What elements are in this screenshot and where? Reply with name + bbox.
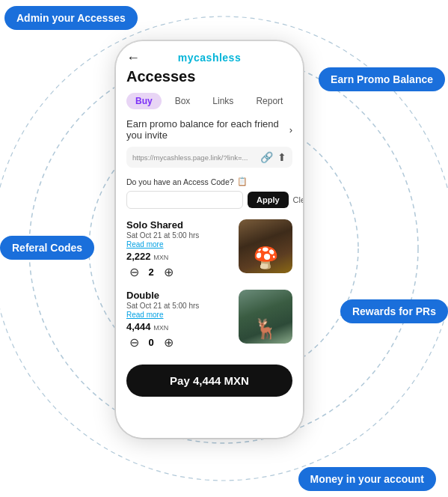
clear-button[interactable]: Clear bbox=[293, 195, 303, 204]
access-code-input[interactable] bbox=[126, 191, 243, 209]
info-icon: 📋 bbox=[237, 177, 248, 186]
access-code-label: Do you have an Access Code? 📋 bbox=[126, 177, 292, 186]
ticket-price-solo: 2,222 MXN bbox=[126, 251, 231, 262]
phone-mockup: ← mycashless Accesses Buy Box Links Repo… bbox=[116, 41, 303, 438]
ticket-image-double bbox=[239, 290, 292, 344]
back-button[interactable]: ← bbox=[126, 50, 140, 66]
qty-value-double: 0 bbox=[146, 337, 156, 348]
qty-decrease-solo[interactable]: ⊖ bbox=[126, 264, 141, 279]
phone-header: ← mycashless bbox=[116, 41, 303, 68]
tab-box[interactable]: Box bbox=[166, 93, 200, 109]
pay-button[interactable]: Pay 4,444 MXN bbox=[126, 365, 292, 397]
ticket-date-solo: Sat Oct 21 at 5:00 hrs bbox=[126, 231, 231, 240]
ticket-double: Double Sat Oct 21 at 5:00 hrs Read more … bbox=[126, 290, 292, 350]
ticket-info-double: Double Sat Oct 21 at 5:00 hrs Read more … bbox=[126, 290, 231, 350]
promo-text: Earn promo balance for each friend you i… bbox=[126, 118, 289, 141]
app-title: mycashless bbox=[178, 52, 241, 64]
copy-link-icon[interactable]: 🔗 bbox=[260, 151, 273, 163]
qty-value-solo: 2 bbox=[146, 266, 156, 278]
ticket-info-solo: Solo Shared Sat Oct 21 at 5:00 hrs Read … bbox=[126, 219, 231, 279]
share-icon[interactable]: ⬆ bbox=[277, 151, 286, 163]
screen-content: Accesses Buy Box Links Report Earn promo… bbox=[116, 68, 303, 438]
promo-arrow: › bbox=[289, 124, 292, 135]
access-code-row: Apply Clear bbox=[126, 191, 292, 209]
qty-increase-solo[interactable]: ⊕ bbox=[161, 264, 176, 279]
tab-report[interactable]: Report bbox=[247, 93, 292, 109]
qty-decrease-double[interactable]: ⊖ bbox=[126, 335, 141, 350]
bubble-money: Money in your account bbox=[298, 467, 436, 491]
ticket-readmore-solo[interactable]: Read more bbox=[126, 240, 231, 248]
bubble-earn: Earn Promo Balance bbox=[319, 67, 445, 91]
bubble-admin: Admin your Accesses bbox=[4, 6, 138, 30]
link-row: https://mycashless.page.link/?link=... 🔗… bbox=[126, 147, 292, 168]
promo-banner[interactable]: Earn promo balance for each friend you i… bbox=[126, 118, 292, 141]
bubble-referal: Referal Codes bbox=[0, 236, 94, 260]
bubble-rewards: Rewards for PRs bbox=[340, 299, 448, 323]
ticket-solo-shared: Solo Shared Sat Oct 21 at 5:00 hrs Read … bbox=[126, 219, 292, 279]
ticket-readmore-double[interactable]: Read more bbox=[126, 311, 231, 319]
ticket-name-double: Double bbox=[126, 290, 231, 301]
qty-row-solo: ⊖ 2 ⊕ bbox=[126, 264, 231, 279]
page-title: Accesses bbox=[126, 68, 292, 85]
apply-button[interactable]: Apply bbox=[248, 192, 289, 208]
tab-bar: Buy Box Links Report bbox=[126, 93, 292, 109]
tab-links[interactable]: Links bbox=[203, 93, 242, 109]
ticket-price-double: 4,444 MXN bbox=[126, 321, 231, 332]
ticket-date-double: Sat Oct 21 at 5:00 hrs bbox=[126, 302, 231, 310]
ticket-image-solo bbox=[239, 219, 292, 273]
qty-row-double: ⊖ 0 ⊕ bbox=[126, 335, 231, 350]
tab-buy[interactable]: Buy bbox=[126, 93, 162, 109]
qty-increase-double[interactable]: ⊕ bbox=[161, 335, 176, 350]
ticket-name-solo: Solo Shared bbox=[126, 219, 231, 231]
link-url: https://mycashless.page.link/?link=... bbox=[132, 153, 256, 162]
